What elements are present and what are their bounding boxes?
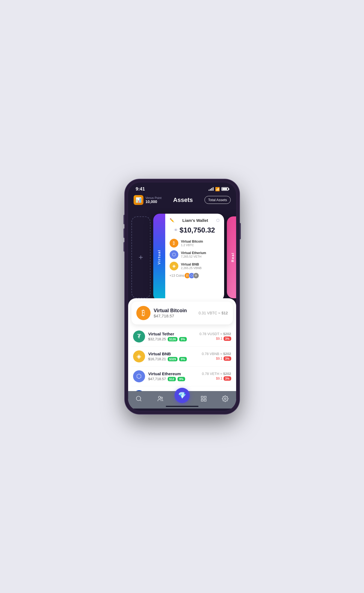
list-item[interactable]: ₮ Virtual Tether $32,718.25 $126 9% 0.	[131, 327, 233, 347]
bnb-change: $9.1	[216, 357, 222, 360]
nav-item-community[interactable]	[150, 395, 171, 403]
asset-price-eth: $47,718.57	[148, 377, 166, 381]
coin-avatars: ₿ ⬡ ⚙	[186, 273, 199, 279]
svg-point-2	[158, 396, 161, 398]
bottom-sheet: ₿ Virtual Bitcoin $47,718.57 0.31 VBTC ≈…	[128, 298, 236, 409]
asset-price-row-tether: $32,718.25 $126 9%	[148, 337, 196, 341]
bnb-dollar-badge: $329	[168, 357, 178, 361]
eth-dollar-badge: $12	[168, 377, 176, 381]
wallet-balance-amount: $10,750.32	[179, 226, 215, 234]
featured-coin-info: Virtual Bitcoin $47,718.57	[154, 308, 199, 318]
settings-icon	[221, 395, 229, 403]
svg-point-0	[136, 396, 141, 401]
eth-icon: ⬡	[170, 250, 178, 259]
coin-item-eth[interactable]: ⬡ Virtual Etherium 7,265.52 VETH	[170, 250, 220, 259]
svg-point-3	[161, 397, 163, 399]
asset-info-eth: Virtual Ethereum $47,718.57 $12 9%	[148, 371, 199, 381]
edit-icon[interactable]: ✏️	[170, 218, 174, 222]
wallet-card-body: ✏️ Liam's Wallet ⬡ 👁 $10,750.32 ₿	[165, 214, 224, 301]
asset-info-tether: Virtual Tether $32,718.25 $126 9%	[148, 332, 196, 341]
asset-info-bnb: Virtual BNB $16,718.21 $329 9%	[148, 351, 198, 361]
coin-amount-btc: 1.2 VBTC	[181, 243, 203, 247]
venus-point: 📊 Venus Point 10,000	[134, 195, 162, 205]
tether-change: $9.1	[216, 337, 222, 341]
status-time: 9:41	[136, 186, 145, 192]
battery-icon	[221, 187, 228, 191]
featured-coin-name: Virtual Bitcoin	[154, 308, 199, 314]
home-indicator	[166, 406, 198, 407]
tether-change-badge: 3%	[224, 336, 231, 341]
signal-icon	[209, 187, 213, 191]
coin-name-btc: Virtual Bitcoin	[181, 240, 203, 243]
main-wallet-card[interactable]: Virtual ✏️ Liam's Wallet ⬡ 👁 $10,750.32	[153, 214, 224, 301]
coin-item-bnb[interactable]: ◈ Virtual BNB 2,265.25 VBNB	[170, 262, 220, 270]
coin-avatar-settings: ⚙	[193, 273, 199, 279]
coin-item-btc[interactable]: ₿ Virtual Bitcoin 1.2 VBTC	[170, 239, 220, 248]
phone-frame: 9:41 📶 📊 Ven	[125, 179, 239, 414]
list-item[interactable]: ◈ Virtual BNB $16,718.21 $329 9% 0.78	[131, 347, 233, 366]
coin-info-eth: Virtual Etherium 7,265.52 VETH	[181, 251, 206, 258]
list-item[interactable]: ⬡ Virtual Ethereum $47,718.57 $12 9% 0	[131, 366, 233, 386]
svg-point-8	[224, 398, 226, 400]
search-icon	[135, 395, 143, 403]
nav-item-diamond[interactable]: 💎	[171, 394, 193, 403]
bnb-pct-badge: 9%	[179, 357, 187, 361]
status-bar: 9:41 📶	[128, 183, 236, 194]
asset-name-bnb: Virtual BNB	[148, 351, 171, 356]
featured-coin-holding: 0.31 VBTC ≈ $12	[198, 311, 228, 315]
coin-name-eth: Virtual Etherium	[181, 251, 206, 255]
featured-asset[interactable]: ₿ Virtual Bitcoin $47,718.57 0.31 VBTC ≈…	[131, 302, 233, 324]
asset-holding-tether: 0.78 VUSDT ≈ $202	[199, 332, 231, 336]
svg-rect-7	[204, 399, 206, 401]
page-title: Assets	[173, 196, 193, 204]
nav-item-settings[interactable]	[214, 395, 236, 403]
asset-name-tether: Virtual Tether	[148, 332, 174, 336]
total-assets-button[interactable]: Total Assets	[204, 196, 230, 204]
eth-pct-badge: 9%	[178, 377, 185, 381]
asset-holding-bnb: 0.78 VBNB ≈ $202	[202, 352, 231, 356]
tether-pct-badge: 9%	[179, 337, 187, 341]
nav-item-search[interactable]	[128, 395, 150, 403]
status-icons: 📶	[209, 187, 228, 191]
wallet-band: Virtual	[153, 214, 165, 301]
diamond-icon: 💎	[178, 392, 186, 399]
asset-holding-eth: 0.78 VETH ≈ $202	[202, 372, 231, 376]
app-header: 📊 Venus Point 10,000 Assets Total Assets	[128, 194, 236, 208]
bnb-asset-icon: ◈	[133, 350, 145, 362]
diamond-fab[interactable]: 💎	[175, 388, 190, 403]
svg-rect-4	[201, 396, 203, 398]
asset-price-tether: $32,718.25	[148, 337, 166, 341]
featured-coin-icon: ₿	[136, 306, 151, 320]
add-wallet-card[interactable]: +	[131, 216, 151, 298]
venus-info: Venus Point 10,000	[146, 196, 162, 204]
asset-price-bnb: $16,718.21	[148, 357, 166, 361]
grid-icon	[200, 395, 207, 403]
wallets-section: + Virtual ✏️ Liam's Wallet ⬡ 👁	[128, 208, 236, 306]
community-icon	[157, 395, 164, 403]
eth-asset-icon: ⬡	[133, 370, 145, 382]
tether-dollar-badge: $126	[168, 337, 178, 341]
asset-price-row-bnb: $16,718.21 $329 9%	[148, 357, 198, 361]
wallet-balance: 👁 $10,750.32	[170, 226, 220, 234]
asset-right-tether: 0.78 VUSDT ≈ $202 $9.1 3%	[199, 332, 231, 341]
eth-change: $9.1	[216, 377, 222, 380]
svg-line-1	[140, 400, 141, 401]
svg-rect-6	[201, 399, 203, 401]
coin-info-btc: Virtual Bitcoin 1.2 VBTC	[181, 240, 203, 247]
coin-list: ₿ Virtual Bitcoin 1.2 VBTC ⬡ Virtual Eth…	[170, 239, 220, 270]
second-wallet-band-label: Real	[231, 252, 235, 262]
more-coins-text: +13 Coins	[170, 274, 184, 278]
asset-name-eth: Virtual Ethereum	[148, 371, 181, 376]
wallet-name: Liam's Wallet	[182, 218, 208, 223]
external-link-icon[interactable]: ⬡	[216, 218, 219, 222]
more-coins[interactable]: +13 Coins ₿ ⬡ ⚙	[170, 273, 220, 279]
asset-right-eth: 0.78 VETH ≈ $202 $9.1 3%	[202, 372, 231, 381]
btc-icon: ₿	[170, 239, 178, 248]
hide-balance-icon[interactable]: 👁	[174, 228, 178, 232]
add-wallet-icon: +	[139, 253, 143, 262]
tether-icon: ₮	[133, 330, 145, 342]
nav-item-grid[interactable]	[193, 395, 214, 403]
featured-coin-price: $47,718.57	[154, 314, 199, 318]
coin-amount-bnb: 2,265.25 VBNB	[181, 266, 202, 270]
second-wallet-card[interactable]: Real ✏️ William 👁 $10, ₿	[227, 216, 236, 298]
